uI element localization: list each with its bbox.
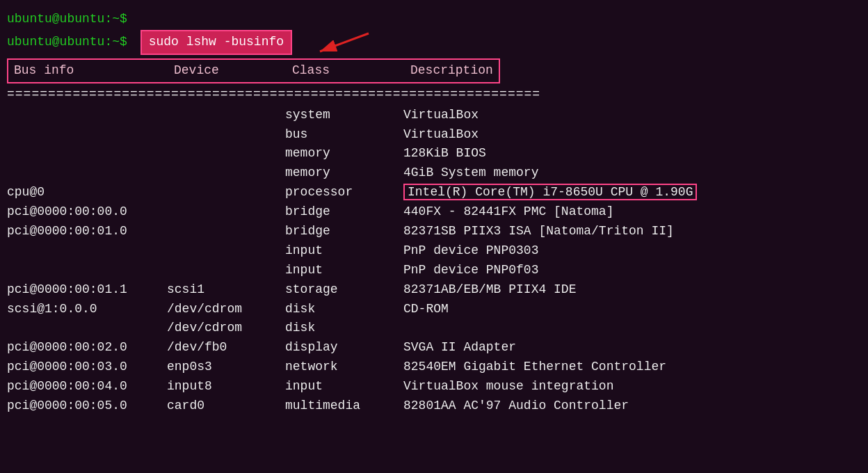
prompt-line2: ubuntu@ubuntu:~$ xyxy=(7,33,127,52)
cell-desc: 82371AB/EB/MB PIIX4 IDE xyxy=(403,280,576,300)
cell-device: /dev/cdrom xyxy=(167,300,285,319)
cell-class: bus xyxy=(285,125,403,145)
cell-class: input xyxy=(285,377,403,396)
cell-device xyxy=(167,106,285,125)
table-row: inputPnP device PNP0f03 xyxy=(7,261,861,280)
cell-businfo: pci@0000:00:00.0 xyxy=(7,202,167,222)
cell-class: network xyxy=(285,358,403,377)
table-row: pci@0000:00:02.0/dev/fb0displaySVGA II A… xyxy=(7,338,861,358)
cell-businfo xyxy=(7,261,167,280)
cell-device: enp0s3 xyxy=(167,358,285,377)
highlighted-desc: Intel(R) Core(TM) i7-8650U CPU @ 1.90G xyxy=(403,184,697,200)
table-row: pci@0000:00:00.0bridge440FX - 82441FX PM… xyxy=(7,202,861,222)
arrow-indicator xyxy=(313,29,376,56)
cell-class: storage xyxy=(285,280,403,300)
prompt-line1: ubuntu@ubuntu:~$ xyxy=(7,12,127,26)
cell-businfo xyxy=(7,241,167,261)
cell-desc: CD-ROM xyxy=(403,300,449,319)
table-row: cpu@0processorIntel(R) Core(TM) i7-8650U… xyxy=(7,183,861,202)
cell-device: scsi1 xyxy=(167,280,285,300)
cell-device xyxy=(167,202,285,222)
cell-class: display xyxy=(285,338,403,358)
header-device: Device xyxy=(174,61,292,81)
table-body: systemVirtualBoxbusVirtualBoxmemory128Ki… xyxy=(7,106,861,416)
table-row: memory4GiB System memory xyxy=(7,163,861,183)
cell-desc: 440FX - 82441FX PMC [Natoma] xyxy=(403,202,613,222)
cell-desc: 82371SB PIIX3 ISA [Natoma/Triton II] xyxy=(403,222,674,241)
cell-businfo xyxy=(7,319,167,338)
cell-class: multimedia xyxy=(285,396,403,416)
cell-device xyxy=(167,241,285,261)
cell-businfo xyxy=(7,125,167,145)
cell-businfo: pci@0000:00:01.1 xyxy=(7,280,167,300)
cell-desc: VirtualBox xyxy=(403,125,479,145)
cell-device xyxy=(167,163,285,183)
table-row: scsi@1:0.0.0/dev/cdromdiskCD-ROM xyxy=(7,300,861,319)
cell-class: processor xyxy=(285,183,403,202)
cell-businfo xyxy=(7,163,167,183)
cell-desc: 4GiB System memory xyxy=(403,163,538,183)
red-arrow-icon xyxy=(313,29,376,56)
svg-line-1 xyxy=(320,33,369,51)
cell-desc: Intel(R) Core(TM) i7-8650U CPU @ 1.90G xyxy=(403,183,697,202)
header-businfo: Bus info xyxy=(14,61,174,81)
table-row: inputPnP device PNP0303 xyxy=(7,241,861,261)
cell-class: disk xyxy=(285,319,403,338)
table-row: busVirtualBox xyxy=(7,125,861,145)
table-row: /dev/cdromdisk xyxy=(7,319,861,338)
cell-businfo: scsi@1:0.0.0 xyxy=(7,300,167,319)
cell-businfo: pci@0000:00:01.0 xyxy=(7,222,167,241)
terminal-window: ubuntu@ubuntu:~$ ubuntu@ubuntu:~$ sudo l… xyxy=(0,6,868,420)
cell-class: input xyxy=(285,241,403,261)
table-row: pci@0000:00:01.1scsi1storage82371AB/EB/M… xyxy=(7,280,861,300)
cell-device xyxy=(167,144,285,163)
cell-desc: 128KiB BIOS xyxy=(403,144,486,163)
table-row: pci@0000:00:03.0enp0s3network82540EM Gig… xyxy=(7,358,861,377)
cell-class: disk xyxy=(285,300,403,319)
cell-device: /dev/cdrom xyxy=(167,319,285,338)
command-box: sudo lshw -businfo xyxy=(140,30,292,55)
cell-class: memory xyxy=(285,163,403,183)
cell-device xyxy=(167,125,285,145)
table-header: Bus info Device Class Description xyxy=(7,58,861,83)
cell-device: /dev/fb0 xyxy=(167,338,285,358)
cell-desc: VirtualBox xyxy=(403,106,479,125)
cell-desc: PnP device PNP0303 xyxy=(403,241,538,261)
separator-line: ========================================… xyxy=(7,85,861,104)
cell-device xyxy=(167,222,285,241)
cell-businfo: pci@0000:00:02.0 xyxy=(7,338,167,358)
cell-desc: 82801AA AC'97 Audio Controller xyxy=(403,396,629,416)
terminal-line2: ubuntu@ubuntu:~$ sudo lshw -businfo xyxy=(7,29,861,56)
cell-businfo xyxy=(7,144,167,163)
cell-device xyxy=(167,261,285,280)
cell-class: input xyxy=(285,261,403,280)
table-row: pci@0000:00:01.0bridge82371SB PIIX3 ISA … xyxy=(7,222,861,241)
cell-desc: PnP device PNP0f03 xyxy=(403,261,538,280)
table-row: systemVirtualBox xyxy=(7,106,861,125)
terminal-line1: ubuntu@ubuntu:~$ xyxy=(7,10,861,29)
header-class: Class xyxy=(292,61,410,81)
header-description: Description xyxy=(410,61,493,81)
table-row: pci@0000:00:04.0input8inputVirtualBox mo… xyxy=(7,377,861,396)
cell-device: card0 xyxy=(167,396,285,416)
cell-businfo xyxy=(7,106,167,125)
cell-desc: 82540EM Gigabit Ethernet Controller xyxy=(403,358,666,377)
cell-desc: SVGA II Adapter xyxy=(403,338,516,358)
header-box: Bus info Device Class Description xyxy=(7,58,500,83)
cell-businfo: pci@0000:00:05.0 xyxy=(7,396,167,416)
cell-class: bridge xyxy=(285,222,403,241)
cell-class: memory xyxy=(285,144,403,163)
table-row: memory128KiB BIOS xyxy=(7,144,861,163)
cell-class: bridge xyxy=(285,202,403,222)
table-row: pci@0000:00:05.0card0multimedia82801AA A… xyxy=(7,396,861,416)
cell-device xyxy=(167,183,285,202)
cell-class: system xyxy=(285,106,403,125)
cell-desc: VirtualBox mouse integration xyxy=(403,377,613,396)
cell-businfo: pci@0000:00:04.0 xyxy=(7,377,167,396)
cell-businfo: pci@0000:00:03.0 xyxy=(7,358,167,377)
cell-device: input8 xyxy=(167,377,285,396)
cell-businfo: cpu@0 xyxy=(7,183,167,202)
